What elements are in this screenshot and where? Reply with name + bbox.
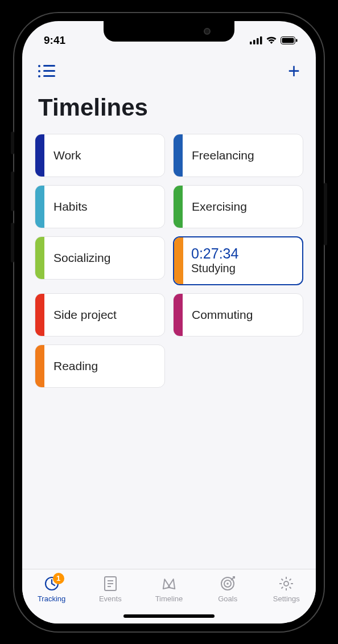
list-view-icon[interactable] [38,65,55,77]
timeline-label: Commuting [183,308,253,322]
volume-up-button [11,171,14,211]
timeline-label: Studying [191,261,238,275]
page-title: Timelines [22,84,316,134]
tab-tracking[interactable]: 1 Tracking [29,575,75,603]
timeline-card-work[interactable]: Work [35,134,165,177]
wifi-icon [266,36,277,44]
list-doc-icon [103,575,118,592]
timeline-card-exercising[interactable]: Exercising [173,185,303,228]
home-indicator[interactable] [123,614,215,618]
timeline-card-reading[interactable]: Reading [35,344,165,388]
svg-rect-6 [296,39,298,42]
gear-icon [278,575,294,592]
svg-rect-3 [260,36,262,44]
svg-rect-2 [257,38,259,44]
svg-rect-1 [253,40,255,44]
timeline-label: Side project [44,308,117,322]
color-stripe [174,294,183,336]
tab-label: Goals [218,594,237,603]
svg-point-16 [284,581,288,586]
status-time: 9:41 [44,34,65,47]
add-icon[interactable]: + [288,61,300,81]
tab-goals[interactable]: Goals [205,575,250,603]
timeline-card-socializing[interactable]: Socializing [35,236,165,280]
color-stripe [174,134,183,177]
volume-down-button [11,223,14,262]
notch [104,21,234,42]
color-stripe [35,237,44,279]
timeline-card-commuting[interactable]: Commuting [173,293,303,337]
cards-icon [160,575,178,592]
status-indicators [250,36,298,44]
timeline-label: Exercising [183,200,247,214]
tab-events[interactable]: Events [88,575,133,603]
power-button [324,183,327,245]
color-stripe [35,186,44,228]
screen: 9:41 + Timelines Work Freelanc [22,21,316,624]
timeline-label: Work [44,149,81,162]
target-icon [220,575,236,592]
color-stripe [35,134,44,177]
timeline-card-freelancing[interactable]: Freelancing [173,134,303,177]
color-stripe [35,345,44,387]
svg-rect-0 [250,42,252,44]
front-camera [204,28,211,35]
tab-label: Tracking [38,594,65,603]
timeline-card-habits[interactable]: Habits [35,185,165,228]
timeline-card-studying[interactable]: 0:27:34 Studying [173,236,303,285]
timeline-label: Habits [44,200,88,214]
timeline-card-side-project[interactable]: Side project [35,293,165,337]
side-button [11,132,14,154]
tab-settings[interactable]: Settings [263,575,309,603]
svg-rect-5 [282,38,294,43]
running-timer: 0:27:34 [191,246,238,262]
svg-point-14 [226,583,229,585]
cellular-icon [250,36,262,44]
nav-bar: + [22,56,316,84]
tab-label: Events [99,594,122,603]
phone-frame: 9:41 + Timelines Work Freelanc [13,12,325,633]
tab-label: Settings [273,594,300,603]
color-stripe [174,186,183,228]
tab-label: Timeline [155,594,183,603]
timelines-grid: Work Freelancing Habits Exercising Socia… [22,134,316,388]
color-stripe [174,237,183,284]
battery-icon [281,36,298,44]
timeline-label: Freelancing [183,149,254,162]
timeline-label: Reading [44,359,98,373]
tab-badge: 1 [53,573,64,584]
color-stripe [35,294,44,336]
timeline-label: Socializing [44,251,110,265]
tab-timeline[interactable]: Timeline [146,575,192,603]
